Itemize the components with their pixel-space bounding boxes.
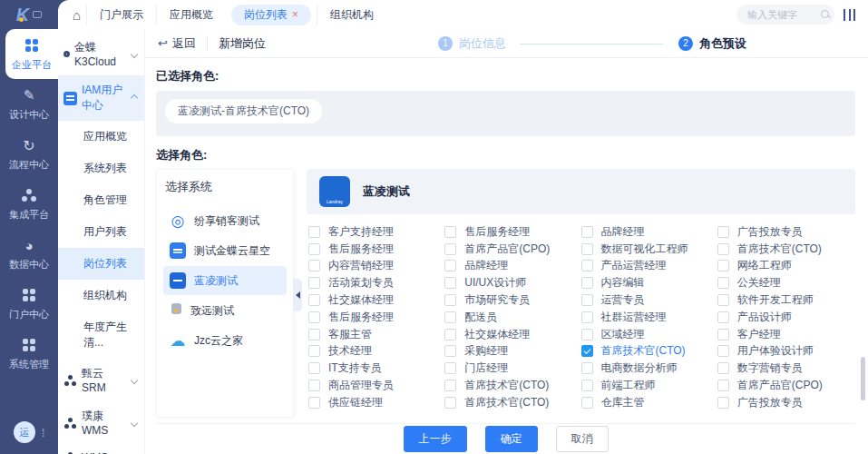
search-box[interactable] [736, 5, 834, 25]
nav-tab[interactable]: 岗位列表 × [231, 5, 311, 25]
role-option[interactable]: 首席产品官(CPO) [444, 242, 580, 257]
checkbox-icon[interactable] [717, 226, 729, 238]
sidebar-group[interactable]: WMS [58, 444, 144, 454]
checkbox-icon[interactable] [444, 226, 456, 238]
checkbox-icon[interactable] [581, 311, 593, 323]
role-option[interactable]: 市场研究专员 [444, 292, 580, 308]
role-option[interactable]: 电商数据分析师 [581, 360, 717, 376]
role-option[interactable]: 用户体验设计师 [717, 343, 853, 359]
role-option[interactable]: 供应链经理 [308, 395, 444, 410]
role-option[interactable]: 社交媒体经理 [444, 327, 580, 342]
sidebar-item[interactable]: 年度产生清... [58, 311, 144, 359]
rail-item[interactable]: 设计中心 [0, 79, 58, 129]
sidebar-group[interactable]: 璞康WMS [58, 401, 144, 444]
role-option[interactable]: 品牌经理 [581, 224, 717, 240]
rail-item[interactable]: 集成平台 [0, 179, 58, 229]
checkbox-icon[interactable] [581, 329, 593, 340]
role-option[interactable]: 运营专员 [581, 292, 717, 308]
role-option[interactable]: 软件开发工程师 [717, 292, 853, 308]
sidebar-item[interactable]: 角色管理 [58, 184, 144, 216]
checkbox-icon[interactable] [308, 329, 320, 340]
sidebar-item[interactable]: 组织机构 [58, 280, 144, 311]
rail-item[interactable]: 流程中心 [0, 129, 58, 179]
checkbox-icon[interactable] [444, 397, 456, 409]
sidebar-item[interactable]: 用户列表 [58, 216, 144, 248]
checkbox-icon[interactable] [308, 226, 320, 238]
checkbox-icon[interactable] [581, 294, 593, 306]
checkbox-icon[interactable] [444, 329, 456, 340]
role-option[interactable]: 首席产品官(CPO) [717, 378, 853, 393]
system-item[interactable]: 测试金蝶云星空 [163, 236, 287, 265]
system-item[interactable]: 致远测试 [163, 296, 287, 325]
checkbox-icon[interactable] [308, 380, 320, 391]
role-option[interactable]: 数据可视化工程师 [581, 242, 717, 257]
role-option[interactable]: IT支持专员 [308, 360, 444, 376]
checkbox-icon[interactable] [581, 226, 593, 238]
checkbox-icon[interactable] [308, 345, 320, 357]
footer-button[interactable]: 取消 [556, 426, 609, 452]
sidebar-item[interactable]: 岗位列表 [58, 248, 144, 280]
workspace-selector[interactable]: 金蝶K3Cloud [58, 33, 144, 75]
role-option[interactable]: 数字营销专员 [717, 360, 853, 376]
role-option[interactable]: 活动策划专员 [308, 275, 444, 291]
checkbox-icon[interactable] [308, 277, 320, 289]
role-option[interactable]: 售后服务经理 [308, 310, 444, 325]
home-icon[interactable]: ⌂ [73, 7, 81, 23]
footer-button[interactable]: 上一步 [404, 426, 467, 452]
role-option[interactable]: 售后服务经理 [444, 224, 580, 240]
role-option[interactable]: 客户支持经理 [308, 224, 444, 240]
checkbox-icon[interactable] [444, 294, 456, 306]
sidebar-group[interactable]: 甄云SRM [58, 359, 144, 401]
checkbox-icon[interactable] [717, 260, 729, 271]
checkbox-icon[interactable] [444, 260, 456, 271]
role-option[interactable]: 技术经理 [308, 343, 444, 359]
checkbox-icon[interactable] [581, 380, 593, 391]
checkbox-icon[interactable] [444, 243, 456, 255]
checkbox-icon[interactable] [581, 243, 593, 255]
role-option[interactable]: 社交媒体经理 [308, 292, 444, 308]
rail-item[interactable]: 系统管理 [0, 329, 58, 379]
close-icon[interactable]: × [292, 9, 298, 20]
footer-button[interactable]: 确定 [485, 426, 538, 452]
role-option[interactable]: 社群运营经理 [581, 310, 717, 325]
checkbox-icon[interactable] [717, 243, 729, 255]
system-item[interactable]: 蓝凌测试 [163, 266, 287, 295]
sidebar-item[interactable]: 应用概览 [58, 121, 144, 153]
system-item[interactable]: 纷享销客测试 [163, 206, 287, 235]
checkbox-icon[interactable] [717, 294, 729, 306]
checkbox-icon[interactable] [444, 380, 456, 391]
checkbox-icon[interactable] [581, 345, 593, 357]
scrollbar[interactable] [861, 357, 865, 400]
role-option[interactable]: 网络工程师 [717, 258, 853, 273]
role-option[interactable]: 广告投放专员 [717, 224, 853, 240]
checkbox-icon[interactable] [444, 311, 456, 323]
role-option[interactable]: 商品管理专员 [308, 378, 444, 393]
filter-icon[interactable] [844, 9, 855, 21]
rail-item[interactable]: 企业平台 [5, 29, 58, 79]
role-option[interactable]: 首席技术官(CTO) [444, 378, 580, 393]
rail-item[interactable]: 门户中心 [0, 279, 58, 329]
role-option[interactable]: 售后服务经理 [308, 242, 444, 257]
role-option[interactable]: 产品运营经理 [581, 258, 717, 273]
expand-window-icon[interactable] [33, 11, 42, 18]
checkbox-icon[interactable] [717, 397, 729, 409]
avatar[interactable]: 运 [14, 421, 35, 443]
role-option[interactable]: 公关经理 [717, 275, 853, 291]
checkbox-icon[interactable] [717, 380, 729, 391]
role-option[interactable]: UI/UX设计师 [444, 275, 580, 291]
role-option[interactable]: 内容营销经理 [308, 258, 444, 273]
role-option[interactable]: 内容编辑 [581, 275, 717, 291]
role-option[interactable]: 采购经理 [444, 343, 580, 359]
role-option[interactable]: 首席技术官(CTO) [444, 395, 580, 410]
checkbox-icon[interactable] [444, 277, 456, 289]
checkbox-icon[interactable] [308, 397, 320, 409]
role-option[interactable]: 仓库主管 [581, 395, 717, 410]
checkbox-icon[interactable] [581, 260, 593, 271]
checkbox-icon[interactable] [717, 311, 729, 323]
rail-item[interactable]: 数据中心 [0, 229, 58, 279]
role-option[interactable]: 配送员 [444, 310, 580, 325]
checkbox-icon[interactable] [581, 397, 593, 409]
role-option[interactable]: 产品设计师 [717, 310, 853, 325]
nav-tab[interactable]: 门户展示 × [86, 5, 156, 25]
role-option[interactable]: 首席技术官(CTO) [717, 242, 853, 257]
